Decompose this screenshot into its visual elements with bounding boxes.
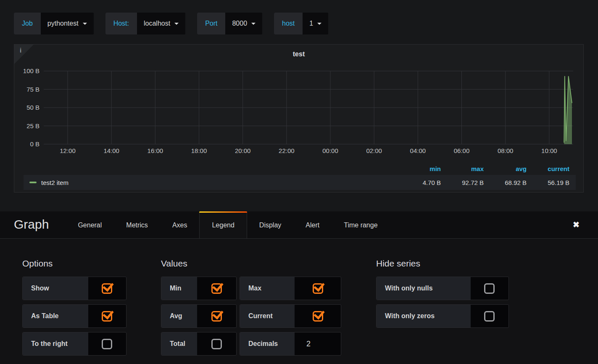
variable-port: Port 8000 xyxy=(197,13,262,34)
legend-header-row: min max avg current xyxy=(24,164,576,174)
variable-hostnum: host 1 xyxy=(274,13,328,34)
variable-host-dropdown[interactable]: localhost xyxy=(137,13,185,34)
svg-text:75 B: 75 B xyxy=(26,86,40,93)
value-total[interactable]: Total xyxy=(161,332,237,356)
svg-text:10:00: 10:00 xyxy=(541,147,557,154)
variable-job-dropdown[interactable]: pythontest xyxy=(41,13,94,34)
svg-text:00:00: 00:00 xyxy=(322,147,338,154)
avg-checkbox[interactable] xyxy=(211,311,222,322)
legend-header-min[interactable]: min xyxy=(404,165,447,172)
svg-text:50 B: 50 B xyxy=(26,104,40,111)
max-checkbox[interactable] xyxy=(313,283,323,294)
value-current[interactable]: Current xyxy=(240,304,341,328)
section-values-title: Values xyxy=(161,258,341,269)
svg-text:18:00: 18:00 xyxy=(191,147,207,154)
variable-hostnum-label: host xyxy=(274,13,303,34)
svg-text:02:00: 02:00 xyxy=(366,147,382,154)
series-max-value: 92.72 B xyxy=(447,179,490,186)
caret-down-icon xyxy=(83,23,87,25)
svg-text:06:00: 06:00 xyxy=(454,147,470,154)
caret-down-icon xyxy=(317,23,321,25)
section-options: Options Show As Table To the right xyxy=(22,258,126,360)
with-only-zeros-checkbox[interactable] xyxy=(484,311,495,322)
chart-canvas[interactable]: 100 B75 B50 B25 B0 B12:0014:0016:0018:00… xyxy=(14,45,583,159)
tab-axes[interactable]: Axes xyxy=(160,211,200,238)
variable-hostnum-dropdown[interactable]: 1 xyxy=(303,13,328,34)
as-table-checkbox[interactable] xyxy=(102,311,112,322)
svg-text:16:00: 16:00 xyxy=(148,147,163,154)
series-name[interactable]: test2 item xyxy=(41,179,68,186)
variable-job: Job pythontest xyxy=(14,13,94,34)
tab-legend[interactable]: Legend xyxy=(199,211,247,239)
values-right-column: Max Current Decimals xyxy=(240,277,341,360)
variable-port-value: 8000 xyxy=(232,20,247,27)
template-variable-bar: Job pythontest Host: localhost Port 8000… xyxy=(14,13,328,34)
total-checkbox[interactable] xyxy=(211,339,222,349)
svg-text:08:00: 08:00 xyxy=(498,147,514,154)
section-hide-series: Hide series With only nulls With only ze… xyxy=(376,258,509,332)
section-values: Values Min Avg Total xyxy=(161,258,341,360)
decimals-input[interactable] xyxy=(295,332,341,355)
option-as-table[interactable]: As Table xyxy=(22,304,126,328)
legend-series-row: test2 item 4.70 B 92.72 B 68.92 B 56.19 … xyxy=(24,175,576,190)
legend-header-max[interactable]: max xyxy=(447,165,490,172)
with-only-nulls-checkbox[interactable] xyxy=(484,283,495,294)
variable-job-label: Job xyxy=(14,13,41,34)
hide-with-only-nulls[interactable]: With only nulls xyxy=(376,277,509,300)
editor-tab-bar: Graph General Metrics Axes Legend Displa… xyxy=(0,211,598,239)
caret-down-icon xyxy=(251,23,256,25)
tab-general[interactable]: General xyxy=(66,211,114,238)
svg-text:22:00: 22:00 xyxy=(279,147,295,154)
tab-metrics[interactable]: Metrics xyxy=(114,211,160,238)
panel-editor: Graph General Metrics Axes Legend Displa… xyxy=(0,211,598,364)
variable-hostnum-value: 1 xyxy=(309,20,313,27)
variable-host-value: localhost xyxy=(144,20,170,27)
value-max[interactable]: Max xyxy=(240,277,341,300)
current-checkbox[interactable] xyxy=(313,311,323,322)
caret-down-icon xyxy=(174,23,179,25)
svg-text:100 B: 100 B xyxy=(23,67,40,74)
variable-job-value: pythontest xyxy=(47,20,79,27)
series-current-value: 56.19 B xyxy=(533,179,576,186)
svg-text:20:00: 20:00 xyxy=(235,147,251,154)
legend-header-avg[interactable]: avg xyxy=(490,165,533,172)
hide-with-only-zeros[interactable]: With only zeros xyxy=(376,304,509,328)
section-options-title: Options xyxy=(22,258,126,269)
series-avg-value: 68.92 B xyxy=(490,179,533,186)
value-decimals: Decimals xyxy=(240,332,341,356)
variable-host: Host: localhost xyxy=(105,13,186,34)
legend-header-current[interactable]: current xyxy=(533,165,576,172)
svg-text:14:00: 14:00 xyxy=(103,147,119,154)
min-checkbox[interactable] xyxy=(211,283,222,294)
svg-text:04:00: 04:00 xyxy=(410,147,426,154)
close-editor-icon[interactable]: ✖ xyxy=(573,220,580,229)
editor-panel-type-title: Graph xyxy=(0,211,49,238)
section-hide-series-title: Hide series xyxy=(376,258,509,269)
option-show[interactable]: Show xyxy=(22,277,126,300)
variable-host-label: Host: xyxy=(105,13,137,34)
option-to-the-right[interactable]: To the right xyxy=(22,332,126,356)
to-the-right-checkbox[interactable] xyxy=(102,339,112,349)
series-color-swatch-icon xyxy=(29,182,37,183)
svg-text:12:00: 12:00 xyxy=(60,147,76,154)
series-min-value: 4.70 B xyxy=(404,179,447,186)
value-min[interactable]: Min xyxy=(161,277,237,300)
legend-table: min max avg current test2 item 4.70 B 92… xyxy=(24,164,576,190)
tab-alert[interactable]: Alert xyxy=(293,211,332,238)
variable-port-label: Port xyxy=(197,13,225,34)
svg-text:25 B: 25 B xyxy=(26,122,40,129)
show-checkbox[interactable] xyxy=(102,283,112,294)
variable-port-dropdown[interactable]: 8000 xyxy=(225,13,262,34)
tab-time-range[interactable]: Time range xyxy=(332,211,390,238)
value-avg[interactable]: Avg xyxy=(161,304,237,328)
values-left-column: Min Avg Total xyxy=(161,277,237,360)
svg-text:0 B: 0 B xyxy=(30,140,40,148)
graph-panel: i test 100 B75 B50 B25 B0 B12:0014:0016:… xyxy=(14,44,584,193)
tab-display[interactable]: Display xyxy=(247,211,293,238)
